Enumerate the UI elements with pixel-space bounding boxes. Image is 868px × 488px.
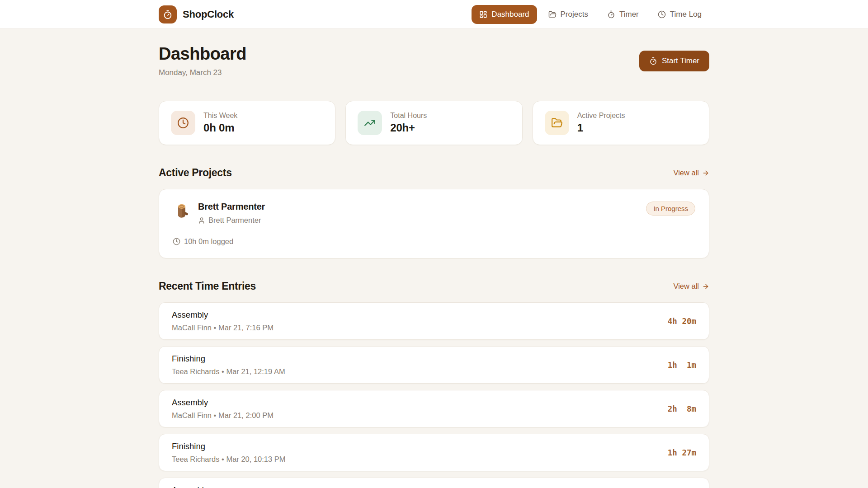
stat-card-active-projects: Active Projects 1 [533,101,709,145]
entry-text: Assembly MaCall Finn • Mar 20, 2:00 PM [172,485,274,488]
recent-entries-heading: Recent Time Entries [159,280,256,292]
entry-duration: 1h 27m [668,448,696,457]
entry-meta: MaCall Finn • Mar 21, 2:00 PM [172,411,274,420]
entry-task: Assembly [172,310,274,320]
project-card[interactable]: Brett Parmenter Brett Parmenter In Progr… [159,189,709,258]
stat-value: 1 [577,122,625,134]
time-entry-row[interactable]: Assembly MaCall Finn • Mar 21, 2:00 PM 2… [159,390,709,427]
stopwatch-icon [649,57,657,65]
nav-item-time-log[interactable]: Time Log [650,5,709,24]
stopwatch-icon [163,9,173,19]
entry-text: Assembly MaCall Finn • Mar 21, 7:16 PM [172,310,274,332]
shopclock-logo [159,5,177,23]
view-all-entries-link[interactable]: View all [673,282,709,291]
nav-items: Dashboard Projects Timer Time Log [472,5,709,24]
time-entry-row[interactable]: Assembly MaCall Finn • Mar 20, 2:00 PM 2… [159,478,709,488]
section-head: Recent Time Entries View all [159,280,709,292]
stat-text: Active Projects 1 [577,112,625,134]
nav-label-timer: Timer [619,10,639,19]
stat-text: This Week 0h 0m [203,112,237,134]
stat-value: 0h 0m [203,122,237,134]
status-badge: In Progress [646,202,695,216]
view-all-label: View all [673,169,699,177]
entry-text: Finishing Teea Richards • Mar 21, 12:19 … [172,354,285,376]
arrow-right-icon [702,283,709,290]
page-header: Dashboard Monday, March 23 Start Timer [159,44,709,77]
view-all-projects-link[interactable]: View all [673,169,709,177]
brand-name: ShopClock [183,9,234,20]
entry-duration: 2h 8m [668,404,696,413]
active-projects-section: Active Projects View all [159,167,709,258]
entry-meta: Teea Richards • Mar 21, 12:19 AM [172,367,285,376]
arrow-right-icon [702,169,709,177]
view-all-label: View all [673,282,699,291]
stat-cards: This Week 0h 0m Total Hours 20h+ Active … [159,101,709,145]
stat-card-this-week: This Week 0h 0m [159,101,335,145]
project-name: Brett Parmenter [198,202,265,212]
clock-icon [171,111,195,135]
user-icon [198,217,205,224]
entry-task: Finishing [172,354,285,364]
entry-meta: Teea Richards • Mar 20, 10:13 PM [172,455,286,464]
top-nav: ShopClock Dashboard Projects Timer [0,0,868,29]
project-identity: Brett Parmenter Brett Parmenter [173,202,265,225]
entry-task: Assembly [172,398,274,408]
folder-open-icon [548,10,557,19]
project-client-name: Brett Parmenter [208,216,261,225]
project-logged-text: 10h 0m logged [184,237,233,246]
entry-task: Assembly [172,485,274,488]
start-timer-button[interactable]: Start Timer [639,51,709,71]
entry-meta: MaCall Finn • Mar 21, 7:16 PM [172,324,274,332]
entry-duration: 1h 1m [668,361,696,370]
nav-label-dashboard: Dashboard [491,10,529,19]
project-text: Brett Parmenter Brett Parmenter [198,202,265,225]
main-content: Dashboard Monday, March 23 Start Timer T… [159,44,709,488]
page-date: Monday, March 23 [159,68,246,77]
entry-duration: 4h 20m [668,317,696,326]
page-header-text: Dashboard Monday, March 23 [159,44,246,77]
project-client-row: Brett Parmenter [198,216,265,225]
stat-value: 20h+ [390,122,427,134]
nav-label-projects: Projects [561,10,588,19]
project-top-row: Brett Parmenter Brett Parmenter In Progr… [173,202,695,225]
dashboard-grid-icon [479,10,487,19]
nav-item-dashboard[interactable]: Dashboard [472,5,537,24]
entry-text: Assembly MaCall Finn • Mar 21, 2:00 PM [172,398,274,420]
stat-card-total-hours: Total Hours 20h+ [345,101,522,145]
entry-text: Finishing Teea Richards • Mar 20, 10:13 … [172,441,286,464]
nav-item-projects[interactable]: Projects [541,5,596,24]
clock-icon [173,238,180,245]
stat-label: Total Hours [390,112,427,120]
stat-label: This Week [203,112,237,120]
time-entry-row[interactable]: Finishing Teea Richards • Mar 20, 10:13 … [159,434,709,471]
brand[interactable]: ShopClock [159,5,234,23]
time-entry-row[interactable]: Assembly MaCall Finn • Mar 21, 7:16 PM 4… [159,302,709,340]
wood-log-emoji [173,202,191,221]
stopwatch-icon [607,10,615,19]
trending-up-icon [358,111,382,135]
section-head: Active Projects View all [159,167,709,179]
stat-label: Active Projects [577,112,625,120]
stat-text: Total Hours 20h+ [390,112,427,134]
folder-open-icon [545,111,569,135]
page-title: Dashboard [159,44,246,64]
project-logged-row: 10h 0m logged [173,237,695,246]
time-entry-row[interactable]: Finishing Teea Richards • Mar 21, 12:19 … [159,346,709,384]
entry-list: Assembly MaCall Finn • Mar 21, 7:16 PM 4… [159,302,709,488]
recent-entries-section: Recent Time Entries View all Assembly Ma… [159,280,709,488]
active-projects-heading: Active Projects [159,167,232,179]
entry-task: Finishing [172,441,286,451]
nav-item-timer[interactable]: Timer [599,5,646,24]
nav-label-time-log: Time Log [670,10,702,19]
clock-icon [658,10,666,19]
start-timer-label: Start Timer [662,56,699,66]
